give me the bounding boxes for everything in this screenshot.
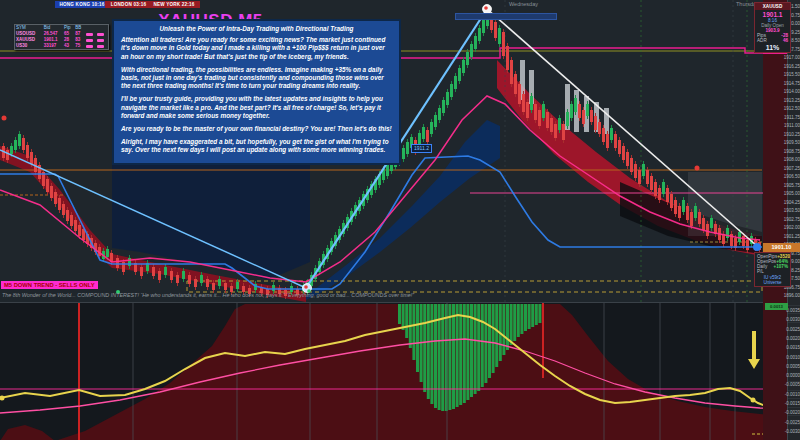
- panel-price: 1901.1: [757, 11, 788, 18]
- indicator-tick: 0.0015: [786, 345, 800, 350]
- price-tick: 1907.25: [784, 166, 800, 171]
- price-tick: 1911.00: [784, 123, 800, 128]
- price-tick: 1913.25: [784, 98, 800, 103]
- day-label: Wednesday: [509, 1, 538, 7]
- current-price-label: 1901.10: [763, 243, 800, 252]
- price-tick: 1916.25: [784, 64, 800, 69]
- price-tick: 1914.75: [784, 81, 800, 86]
- indicator-tick: -0.0015: [785, 401, 800, 406]
- note-paragraph: Are you ready to be the master of your o…: [121, 125, 392, 133]
- watchlist-row[interactable]: US30331974375: [15, 43, 108, 49]
- indicator-tick: 0.0020: [786, 336, 800, 341]
- note-paragraph: Attention all traders! Are you ready for…: [121, 36, 392, 61]
- note-title: Unleash the Power of Intra-Day Trading w…: [121, 25, 392, 33]
- price-tick: 1911.75: [784, 115, 800, 120]
- panel-symbol: XAUUSD: [755, 3, 790, 10]
- indicator-tick: 0.0035: [786, 308, 800, 313]
- price-scale[interactable]: 1921.501920.751920.001919.251918.501917.…: [787, 0, 800, 440]
- price-tick: 1908.00: [784, 157, 800, 162]
- price-tick: 1908.75: [784, 149, 800, 154]
- session-clock: HONG KONG 10:16: [55, 1, 109, 8]
- trading-platform-window: 1921.501920.751920.001919.251918.501917.…: [0, 0, 800, 440]
- indicator-tick: -0.0010: [785, 392, 800, 397]
- session-clock: NEW YORK 22:16: [148, 1, 200, 8]
- price-tick: 1909.50: [784, 140, 800, 145]
- position-info-panel: OpenPips+3520OpenPos+64%Daily P/L+107% I…: [754, 252, 791, 287]
- price-tick: 1917.00: [784, 55, 800, 60]
- panel-percent: 11%: [757, 44, 788, 51]
- price-tick: 1912.50: [784, 106, 800, 111]
- price-tick: 1903.50: [784, 208, 800, 213]
- price-tick: 1910.25: [784, 132, 800, 137]
- indicator-tick: -0.0005: [785, 382, 800, 387]
- price-tick: 1902.75: [784, 217, 800, 222]
- note-paragraph: I'll be your trusty guide, providing you…: [121, 95, 392, 120]
- watchlist-panel[interactable]: SYMBidPipBBUSOUSD26.5476587XAUUSD1901.12…: [14, 24, 109, 50]
- price-tick: 1905.00: [784, 191, 800, 196]
- price-tick: 1905.75: [784, 183, 800, 188]
- indicator-tick: 0.0010: [786, 355, 800, 360]
- indicator-canvas[interactable]: [0, 303, 763, 440]
- session-clock: LONDON 03:16: [105, 1, 152, 8]
- symbol-info-panel: XAUUSD 1901.1 8:16 Daily Open 1903.9 Pip…: [754, 2, 791, 53]
- top-strip-bar: [455, 13, 557, 20]
- annotation-note-box: Unleash the Power of Intra-Day Trading w…: [112, 19, 401, 165]
- price-tick: 1896.00: [784, 293, 800, 298]
- indicator-tick: 0.0025: [786, 327, 800, 332]
- indicator-tick: 0.0000: [786, 373, 800, 378]
- price-tick: 1915.50: [784, 72, 800, 77]
- indicator-tick: 0.0005: [786, 364, 800, 369]
- price-tick: 1906.50: [784, 174, 800, 179]
- indicator-tick: 0.0030: [786, 317, 800, 322]
- note-paragraph: With directional trading, the possibilit…: [121, 66, 392, 91]
- indicator-value-badge: 0.0013: [765, 303, 788, 310]
- price-tick: 1902.00: [784, 225, 800, 230]
- indicator-tick: -0.0025: [785, 420, 800, 425]
- indicator-panel[interactable]: [0, 302, 763, 440]
- trend-status-badge: M5 DOWN TREND - SELLS ONLY: [1, 281, 98, 289]
- price-tick: 1901.25: [784, 234, 800, 239]
- price-flag-label: 1911.2: [411, 144, 432, 153]
- price-tick: 1904.25: [784, 200, 800, 205]
- note-paragraph: Alright, I may have exaggerated a bit, b…: [121, 138, 392, 154]
- quote-text: The 8th Wonder of the World... COMPOUND …: [2, 292, 414, 298]
- indicator-brand: IU v59r2 Universe: [757, 275, 788, 285]
- indicator-tick: -0.0020: [785, 410, 800, 415]
- price-tick: 1914.00: [784, 89, 800, 94]
- indicator-tick: -0.0030: [785, 429, 800, 434]
